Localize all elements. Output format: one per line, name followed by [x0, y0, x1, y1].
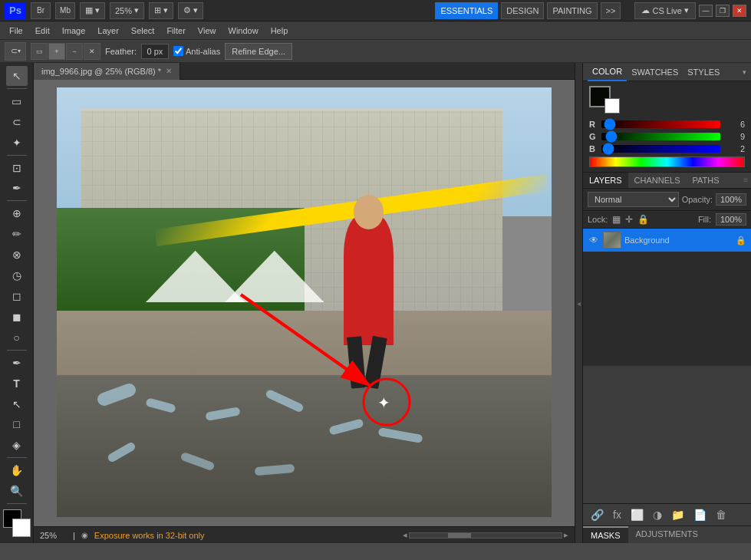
tab-swatches[interactable]: SWATCHES: [627, 63, 683, 81]
add-mask-btn[interactable]: ⬜: [627, 507, 647, 522]
subtract-selection-btn[interactable]: −: [66, 43, 83, 60]
brush-tool-btn[interactable]: ✏: [6, 224, 28, 244]
color-spectrum[interactable]: [589, 156, 745, 167]
path-select-tool-btn[interactable]: ↖: [6, 394, 28, 414]
crop-tool-btn[interactable]: ⊡: [6, 158, 28, 178]
menu-image[interactable]: Image: [56, 21, 92, 40]
menu-edit[interactable]: Edit: [29, 21, 56, 40]
minimize-btn[interactable]: —: [699, 5, 713, 17]
menu-view[interactable]: View: [192, 21, 222, 40]
status-text: Exposure works in 32-bit only: [94, 531, 205, 540]
menu-filter[interactable]: Filter: [160, 21, 191, 40]
type-tool-btn[interactable]: T: [6, 374, 28, 394]
doc-tab-label: img_9966.jpg @ 25% (RGB/8) *: [41, 67, 161, 76]
marquee-tool-btn[interactable]: ▭: [6, 91, 28, 111]
tab-styles[interactable]: STYLES: [683, 63, 724, 81]
lock-all-btn[interactable]: 🔒: [637, 214, 649, 225]
main-area: ↖ ▭ ⊂ ✦ ⊡ ✒ ⊕ ✏ ⊗ ◷ ◻ ◼ ○ ✒ T ↖ □ ◈ ✋ 🔍: [0, 63, 751, 543]
new-adjustment-btn[interactable]: ◑: [650, 507, 665, 522]
scroll-right-btn[interactable]: ▸: [564, 530, 568, 540]
r-value: 6: [723, 120, 745, 129]
lock-position-btn[interactable]: ✛: [625, 214, 633, 225]
collapse-handle[interactable]: ◂: [575, 63, 582, 543]
background-color[interactable]: [12, 519, 31, 537]
new-selection-btn[interactable]: ▭: [31, 43, 48, 60]
canvas-wrapper[interactable]: ✦: [34, 80, 575, 526]
tab-adjustments[interactable]: ADJUSTMENTS: [628, 526, 706, 543]
document-tab[interactable]: img_9966.jpg @ 25% (RGB/8) * ✕: [34, 63, 180, 80]
extras-btn[interactable]: ⚙ ▾: [178, 2, 203, 19]
add-style-btn[interactable]: fx: [610, 507, 624, 522]
scroll-left-btn[interactable]: ◂: [403, 530, 407, 540]
tab-channels[interactable]: CHANNELS: [628, 173, 687, 188]
mini-bridge-btn[interactable]: Mb: [55, 2, 75, 19]
new-layer-btn[interactable]: 📄: [690, 507, 710, 522]
arrange-label: ▾: [95, 5, 100, 15]
h-scrollbar[interactable]: [409, 532, 562, 539]
masks-panel: MASKS ADJUSTMENTS: [583, 525, 751, 543]
tab-paths[interactable]: PATHS: [687, 173, 726, 188]
arrange-btn[interactable]: ▦ ▾: [80, 2, 105, 19]
lasso-tool-btn[interactable]: ⊂: [6, 112, 28, 132]
layer-visibility-btn[interactable]: 👁: [588, 235, 600, 245]
hand-tool-btn[interactable]: ✋: [6, 460, 28, 480]
g-slider[interactable]: [601, 133, 720, 140]
cslive-btn[interactable]: ☁ CS Live ▾: [634, 2, 696, 19]
close-tab-btn[interactable]: ✕: [166, 67, 172, 75]
close-btn[interactable]: ✕: [733, 5, 746, 17]
eyedropper-tool-btn[interactable]: ✒: [6, 179, 28, 199]
lock-label: Lock:: [588, 215, 608, 224]
clone-tool-btn[interactable]: ⊗: [6, 245, 28, 265]
zoom-tool-btn[interactable]: 🔍: [6, 481, 28, 501]
essentials-btn[interactable]: ESSENTIALS: [435, 2, 498, 19]
restore-btn[interactable]: ❐: [716, 5, 730, 17]
gradient-tool-btn[interactable]: ◼: [6, 307, 28, 327]
painting-btn[interactable]: PAINTING: [547, 2, 597, 19]
tool-preset-btn[interactable]: ⊂ ▾: [5, 42, 26, 61]
intersect-selection-btn[interactable]: ✕: [84, 43, 100, 60]
eraser-tool-btn[interactable]: ◻: [6, 286, 28, 306]
move-tool-btn[interactable]: ↖: [6, 66, 28, 86]
doc-info-icon[interactable]: ◉: [81, 531, 88, 539]
tab-color[interactable]: COLOR: [588, 63, 627, 81]
healing-tool-btn[interactable]: ⊕: [6, 203, 28, 223]
more-workspaces-btn[interactable]: >>: [601, 2, 621, 19]
color-panel-collapse-btn[interactable]: ▾: [743, 68, 746, 76]
menu-window[interactable]: Window: [222, 21, 265, 40]
opacity-input[interactable]: [716, 193, 746, 206]
menu-file[interactable]: File: [3, 21, 29, 40]
pen-tool-btn[interactable]: ✒: [6, 353, 28, 373]
dodge-tool-btn[interactable]: ○: [6, 328, 28, 348]
quick-select-tool-btn[interactable]: ✦: [6, 133, 28, 153]
link-layers-btn[interactable]: 🔗: [588, 507, 607, 522]
history-tool-btn[interactable]: ◷: [6, 265, 28, 285]
arrange2-btn[interactable]: ⊞ ▾: [149, 2, 173, 19]
feather-input[interactable]: [141, 44, 169, 59]
b-slider[interactable]: [601, 145, 720, 153]
lock-pixels-btn[interactable]: ▦: [612, 214, 621, 225]
bridge-btn[interactable]: Br: [31, 2, 51, 19]
3d-tool-btn[interactable]: ◈: [6, 435, 28, 455]
layers-tabs: LAYERS CHANNELS PATHS ≡: [583, 173, 751, 189]
refine-edge-btn[interactable]: Refine Edge...: [225, 43, 292, 60]
fill-input[interactable]: [716, 213, 746, 226]
antialias-label[interactable]: Anti-alias: [173, 46, 220, 56]
design-btn[interactable]: DESIGN: [501, 2, 544, 19]
shape-tool-btn[interactable]: □: [6, 415, 28, 435]
delete-layer-btn[interactable]: 🗑: [713, 507, 730, 522]
bg-swatch[interactable]: [604, 98, 620, 114]
zoom-btn[interactable]: 25% ▾: [110, 2, 144, 19]
menu-select[interactable]: Select: [125, 21, 161, 40]
tab-layers[interactable]: LAYERS: [583, 173, 628, 188]
add-selection-btn[interactable]: +: [48, 43, 65, 60]
new-group-btn[interactable]: 📁: [668, 507, 687, 522]
tool-preset-arrow: ▾: [18, 48, 21, 54]
layer-row[interactable]: 👁 Background 🔒: [583, 229, 751, 252]
antialias-checkbox[interactable]: [173, 46, 183, 56]
menu-help[interactable]: Help: [265, 21, 295, 40]
tab-masks[interactable]: MASKS: [583, 526, 628, 543]
r-slider[interactable]: [601, 120, 720, 128]
menu-layer[interactable]: Layer: [91, 21, 125, 40]
blend-mode-select[interactable]: Normal: [588, 192, 679, 207]
layers-panel-menu-btn[interactable]: ≡: [740, 173, 751, 188]
